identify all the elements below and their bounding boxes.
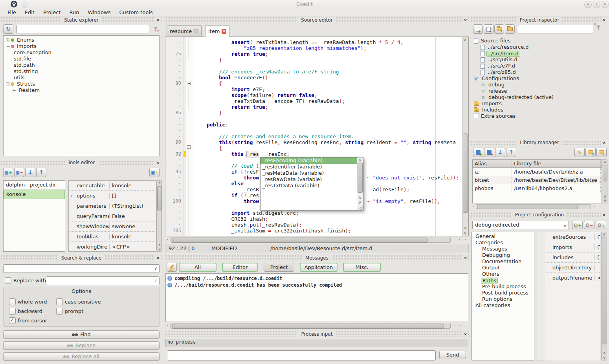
- expander-icon[interactable]: +: [6, 38, 9, 42]
- move-library-down-button[interactable]: ↓: [495, 148, 505, 157]
- property-value[interactable]: False: [110, 213, 156, 219]
- tree-item-src-item-d[interactable]: ../src/item.d: [471, 50, 607, 57]
- tree-item-src-resource-d[interactable]: ../src/resource.d: [471, 44, 607, 50]
- completion-scrollbar[interactable]: ∧ ∧ ∨: [357, 157, 363, 210]
- scroll-down-icon[interactable]: ∨: [602, 198, 608, 203]
- tree-item-run-options[interactable]: Run options: [472, 296, 534, 302]
- scrollbar-thumb[interactable]: [157, 186, 162, 210]
- close-panel-icon[interactable]: ✕: [463, 255, 468, 261]
- tree-item-debug[interactable]: ⚙debug: [471, 82, 607, 88]
- scrollbar-thumb[interactable]: [477, 205, 578, 209]
- scroll-down-icon[interactable]: ∨: [157, 247, 162, 251]
- filter-button-misc[interactable]: Misc.: [343, 263, 381, 272]
- close-panel-icon[interactable]: ✕: [602, 17, 607, 23]
- tree-item-std-path[interactable]: std.path: [4, 62, 159, 68]
- property-row-workingdire[interactable]: workingDire<CFP>: [69, 242, 156, 252]
- menu-edit[interactable]: Edit: [20, 9, 39, 17]
- expander-icon[interactable]: +: [13, 89, 16, 92]
- tree-item-post-build-process[interactable]: Post-build process: [472, 290, 534, 296]
- column-header-library-file[interactable]: Library file: [512, 160, 601, 167]
- tree-item-extra-sources[interactable]: Extra sources: [471, 113, 607, 119]
- scrollbar-thumb[interactable]: [358, 163, 363, 193]
- tree-item-debug-redirected-active[interactable]: ⚙debug-redirected (active): [471, 94, 607, 101]
- tree-item-output[interactable]: Output: [472, 265, 534, 271]
- filter-button-editor[interactable]: Editor: [222, 263, 258, 272]
- property-row-imports[interactable]: imports(T: [545, 242, 600, 252]
- message-row[interactable]: icompiling /.../build/resource.d.coedit: [166, 275, 468, 282]
- tree-item-imports[interactable]: Imports: [471, 101, 607, 107]
- property-value[interactable]: <C: [595, 275, 600, 281]
- library-row-iz[interactable]: iz/home/basile/Dev/Iz/lib/iz.a/ho: [473, 168, 602, 176]
- process-input-field[interactable]: [167, 350, 436, 360]
- replace-all-button[interactable]: Replace all: [3, 352, 160, 361]
- tree-item-std-string[interactable]: std.string: [4, 68, 159, 75]
- menu-file[interactable]: File: [3, 9, 20, 17]
- completion-item-residentifier-variable[interactable]: _resIdentifier (variable): [260, 164, 357, 170]
- case-sensitive-checkbox[interactable]: [56, 298, 63, 305]
- editor-horizontal-scrollbar[interactable]: ‹ ‹ ›: [165, 237, 469, 243]
- library-row-phobos[interactable]: phobos/usr/lib64/libphobos2.a/us: [473, 184, 602, 192]
- close-panel-icon[interactable]: ✕: [463, 331, 468, 337]
- close-panel-icon[interactable]: ✕: [463, 17, 468, 23]
- scrollbar-thumb[interactable]: [463, 134, 468, 213]
- completion-item-restxtdata-variable[interactable]: _resTxtData (variable): [260, 183, 357, 189]
- property-value[interactable]: (T: [595, 244, 600, 250]
- list-item-dolphin-project-dir[interactable]: dolphin - project dir: [4, 181, 65, 190]
- add-tool-button[interactable]: ▣+: [3, 168, 13, 177]
- tree-item-src-utils-d[interactable]: ../src/utils.d: [471, 57, 607, 63]
- replace-button[interactable]: Replace: [3, 341, 160, 350]
- send-button[interactable]: Send: [439, 351, 466, 359]
- property-value[interactable]: konsole: [110, 234, 156, 240]
- from-cursor-checkbox[interactable]: [9, 317, 16, 324]
- tree-item-documentation[interactable]: Documentation: [472, 258, 534, 265]
- prompt-checkbox[interactable]: [56, 308, 63, 315]
- scroll-left-icon[interactable]: ‹: [165, 323, 171, 328]
- column-header-alias[interactable]: Alias: [473, 160, 512, 167]
- property-value[interactable]: []: [110, 193, 156, 199]
- fold-collapse-icon[interactable]: [187, 82, 191, 85]
- tree-item-all-categories[interactable]: All categories: [472, 302, 534, 309]
- scrollbar-thumb[interactable]: [603, 165, 607, 181]
- scroll-left-icon[interactable]: ‹: [592, 204, 597, 209]
- property-row-outputfilename[interactable]: outputFilename<C: [545, 273, 600, 283]
- close-button[interactable]: ✕: [602, 1, 609, 8]
- execute-tool-button[interactable]: ▣⚡: [149, 168, 160, 177]
- replace-with-checkbox[interactable]: [5, 277, 11, 284]
- tab-resource[interactable]: resource✕: [167, 25, 202, 37]
- tree-item-release[interactable]: ⚙release: [471, 88, 607, 94]
- replace-with-combo[interactable]: ∨: [46, 276, 160, 285]
- property-value[interactable]: <CFP>: [110, 244, 156, 250]
- tree-item-includes[interactable]: Includes: [471, 107, 607, 113]
- config-grid-scrollbar[interactable]: ∧ ∧ ∨: [601, 232, 607, 360]
- property-row-objectdirectory[interactable]: objectDirectory: [545, 263, 600, 273]
- property-row-parameters[interactable]: parameters(TStringList): [69, 201, 156, 211]
- tree-item-enums[interactable]: +Enums: [4, 37, 159, 43]
- tree-item-imports[interactable]: −Imports: [4, 43, 159, 49]
- configuration-combo[interactable]: debug-redirected ∨: [472, 221, 569, 229]
- search-term-combo[interactable]: ∨: [3, 264, 160, 273]
- add-library-button[interactable]: +: [473, 148, 483, 157]
- tree-item-paths[interactable]: Paths: [472, 277, 534, 284]
- resize-grip[interactable]: [359, 206, 363, 210]
- property-row-toolalias[interactable]: toolAliaskonsole: [69, 232, 156, 242]
- filter-button-all[interactable]: All: [179, 263, 216, 272]
- clone-configuration-button[interactable]: ⚙➜: [596, 221, 606, 229]
- property-row-includes[interactable]: includes(T: [545, 252, 600, 263]
- tree-item-src-e7f-d[interactable]: ../src/e7F.d: [471, 63, 607, 69]
- move-tool-down-button[interactable]: ↓: [25, 168, 35, 177]
- tree-item-resitem[interactable]: +ResItem: [4, 87, 159, 93]
- tree-item-core-exception[interactable]: core.exception: [4, 49, 159, 56]
- property-value[interactable]: (T: [595, 234, 600, 240]
- scroll-up-icon[interactable]: ∧: [602, 351, 607, 355]
- completion-popup[interactable]: _resEncoding (variable)_resIdentifier (v…: [260, 157, 363, 210]
- close-panel-icon[interactable]: ✕: [155, 17, 161, 23]
- scroll-up-icon[interactable]: ∧: [602, 160, 608, 165]
- scroll-up-icon[interactable]: ∧: [462, 37, 468, 42]
- scrollbar-thumb[interactable]: [172, 238, 427, 243]
- move-library-up-button[interactable]: ↑: [506, 148, 516, 157]
- scroll-up-icon[interactable]: ∧: [357, 157, 363, 162]
- scroll-up-icon[interactable]: ∧: [602, 232, 607, 237]
- add-folder-button[interactable]: +: [494, 24, 504, 34]
- tree-item-messages[interactable]: Messages: [472, 246, 534, 252]
- scrollbar-thumb[interactable]: [602, 238, 607, 344]
